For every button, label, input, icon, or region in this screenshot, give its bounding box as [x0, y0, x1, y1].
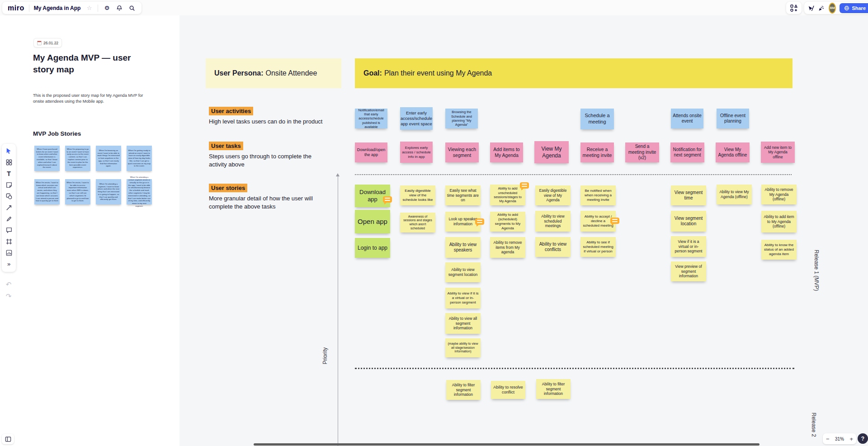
- settings-gear-icon[interactable]: ⚙: [103, 4, 111, 12]
- comment-badge-icon[interactable]: [610, 218, 619, 224]
- sticky-note[interactable]: Attends onsite event: [671, 109, 703, 128]
- undo-icon[interactable]: ↶: [3, 280, 14, 289]
- sticky-note[interactable]: Ability to view segment location: [445, 262, 481, 282]
- sticky-note[interactable]: Explores early access / schedule info in…: [400, 142, 433, 163]
- sticky-note[interactable]: Ability to resolve conflict: [491, 381, 525, 399]
- job-story-note[interactable]: When I have purchased tickets for an eve…: [34, 146, 60, 171]
- zoom-level[interactable]: 31%: [835, 437, 844, 441]
- search-icon[interactable]: [128, 4, 136, 12]
- sticky-note[interactable]: Ability to accept / decline a scheduled …: [580, 211, 616, 232]
- sticky-note[interactable]: Open app: [355, 210, 390, 233]
- sticky-note[interactable]: Be notified when when receiving a meetin…: [580, 185, 616, 205]
- sticky-note[interactable]: Ability to remove My Agenda (offline): [761, 185, 797, 204]
- frame-tool-icon[interactable]: [3, 236, 14, 247]
- job-stories-heading[interactable]: MVP Job Stories: [33, 130, 81, 137]
- goal-header[interactable]: Goal: Plan their event using My Agenda: [355, 58, 793, 88]
- sticky-note[interactable]: View segment time: [671, 185, 706, 205]
- horizontal-scrollbar[interactable]: [254, 443, 760, 446]
- board-title[interactable]: My Agenda in App: [34, 5, 81, 11]
- connection-line-tool-icon[interactable]: [3, 202, 14, 213]
- follow-cursor-icon[interactable]: [808, 4, 815, 12]
- section-label[interactable]: User tasks: [209, 142, 243, 150]
- sticky-note[interactable]: Easily digestible view of the schedule l…: [400, 185, 435, 205]
- sticky-note[interactable]: Ability to view My Agenda (offline): [717, 185, 752, 204]
- sticky-note[interactable]: Browsing the Schedule and planning "My A…: [445, 109, 478, 128]
- sticky-note[interactable]: Look up speaker information: [445, 212, 481, 232]
- user-avatar[interactable]: BM: [829, 3, 836, 14]
- section-label[interactable]: User stories: [209, 184, 247, 192]
- text-tool-icon[interactable]: T: [3, 168, 14, 179]
- sticky-note[interactable]: Ability to filter segment information: [446, 380, 481, 400]
- job-story-note[interactable]: When I'm preparing to go to an event I w…: [65, 146, 90, 171]
- sticky-note[interactable]: Ability to filter segment information: [536, 379, 571, 399]
- sticky-note[interactable]: (maybe ability to view all stage/session…: [445, 338, 481, 357]
- sticky-note[interactable]: Enter early access/schedule app event sp…: [400, 107, 433, 130]
- sticky-note[interactable]: Easily digestible view of My Agenda: [535, 185, 571, 205]
- zoom-out-button[interactable]: −: [826, 436, 830, 442]
- job-story-note[interactable]: When I'm browsing an event I want to be …: [96, 146, 121, 171]
- sticky-note[interactable]: View segment location: [671, 211, 706, 232]
- notifications-bell-icon[interactable]: [115, 4, 123, 12]
- apps-button[interactable]: [786, 2, 802, 14]
- chart-tool-icon[interactable]: [3, 247, 14, 258]
- shapes-tool-icon[interactable]: [3, 190, 14, 202]
- help-button[interactable]: ?: [858, 433, 868, 444]
- sticky-note[interactable]: Ability to add item to My Agenda (offlin…: [761, 211, 797, 232]
- templates-icon[interactable]: [3, 157, 14, 168]
- sticky-note[interactable]: View preview of segment information: [671, 261, 706, 281]
- zoom-in-button[interactable]: +: [849, 436, 853, 442]
- sticky-note[interactable]: Ability to add (scheduled) segments to M…: [490, 212, 525, 232]
- sticky-note[interactable]: Offline event planning: [717, 109, 749, 128]
- sticky-note[interactable]: Schedule a meeting: [580, 109, 614, 129]
- sticky-note[interactable]: Ability to view if it is a virtual or in…: [445, 288, 481, 308]
- sticky-note[interactable]: Awareness of sessions and stages which a…: [400, 213, 435, 232]
- more-tools-icon[interactable]: »: [3, 258, 14, 270]
- comment-badge-icon[interactable]: [383, 196, 392, 203]
- comment-badge-icon[interactable]: [475, 218, 484, 225]
- sticky-note[interactable]: Ability to know the status of an added a…: [761, 240, 797, 260]
- sticky-note[interactable]: Download app: [355, 185, 390, 207]
- sticky-note[interactable]: Download/open the app: [355, 142, 387, 162]
- sticky-note[interactable]: Notification/email that early access/sch…: [355, 109, 387, 128]
- job-story-note[interactable]: When I'm onsite, I want to know which se…: [34, 179, 60, 204]
- comment-badge-icon[interactable]: [520, 182, 529, 189]
- miro-canvas[interactable]: User Persona: Onsite Attendee Goal: Plan…: [0, 0, 868, 446]
- share-button[interactable]: Share: [840, 3, 868, 13]
- persona-header[interactable]: User Persona: Onsite Attendee: [206, 58, 341, 88]
- doc-description[interactable]: This is the proposed user story map for …: [33, 93, 154, 105]
- sticky-note[interactable]: View My Agenda offline: [716, 142, 750, 162]
- sticky-note[interactable]: Ability to remove items from My agenda: [490, 237, 525, 258]
- job-story-note[interactable]: When I'm onsite, I want to be able to ac…: [65, 179, 90, 204]
- job-story-note[interactable]: When I'm attending a certain segment ons…: [127, 179, 152, 204]
- sticky-note[interactable]: Ability to add unscheduled sessions/stag…: [490, 185, 525, 205]
- frames-panel-button[interactable]: [2, 434, 14, 444]
- sticky-note[interactable]: Login to app: [355, 238, 390, 258]
- sticky-note[interactable]: Notification for next segment: [670, 142, 704, 162]
- page-title[interactable]: My Agenda MVP — user story map: [33, 52, 151, 75]
- job-story-note[interactable]: When I'm getting ready to attend an even…: [127, 146, 152, 171]
- select-tool-icon[interactable]: [3, 145, 14, 157]
- sticky-note[interactable]: View My Agenda: [534, 141, 569, 163]
- sticky-note[interactable]: Add items to My Agenda: [490, 142, 523, 162]
- sticky-note-tool-icon[interactable]: [3, 179, 14, 190]
- redo-icon[interactable]: ↷: [3, 291, 14, 301]
- sticky-note[interactable]: Ability to view speakers: [445, 237, 481, 258]
- reactions-party-icon[interactable]: [818, 4, 825, 12]
- sticky-note[interactable]: Send a meeting invite (v2): [625, 142, 659, 162]
- sticky-note[interactable]: View if it is a virtual or in-person seg…: [671, 236, 706, 257]
- miro-logo[interactable]: miro: [8, 4, 24, 12]
- sticky-note[interactable]: Ability to see if scheduled meeting if v…: [580, 237, 616, 257]
- section-label[interactable]: User activities: [209, 107, 253, 115]
- sticky-note[interactable]: Receive a meeting invite: [580, 142, 614, 162]
- sticky-note[interactable]: Easily see what time segments are on: [445, 185, 481, 205]
- sticky-note[interactable]: Add new item to My Agenda offline: [761, 142, 795, 163]
- pen-tool-icon[interactable]: [3, 213, 14, 224]
- sticky-note[interactable]: Ability to view all segment information: [445, 313, 481, 334]
- comment-tool-icon[interactable]: [3, 224, 14, 236]
- date-chip[interactable]: 26.01.22: [33, 38, 62, 47]
- sticky-note[interactable]: Ability to view conflicts: [535, 237, 571, 257]
- sticky-note[interactable]: Viewing each segment: [445, 142, 479, 162]
- favorite-star-icon[interactable]: ☆: [85, 4, 93, 12]
- job-story-note[interactable]: When I'm attending a segment, I want to …: [96, 179, 121, 204]
- sticky-note[interactable]: Ability to view scheduled meetings: [535, 211, 571, 232]
